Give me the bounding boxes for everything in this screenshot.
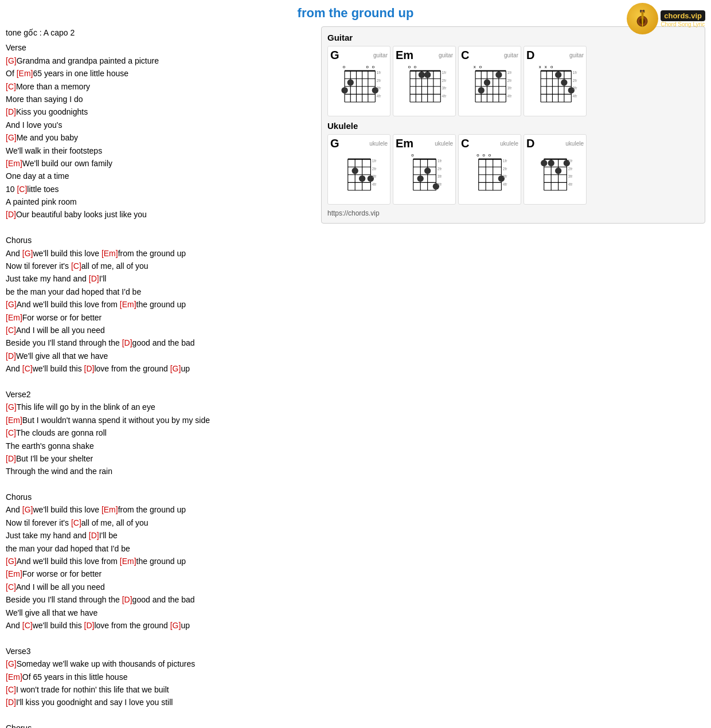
lyric-text: And <box>6 505 22 514</box>
lyric-text: be the man your dad hoped that I'd be <box>6 287 141 296</box>
lyric-text: Now til forever it's <box>6 518 71 527</box>
lyric-text: the ground up <box>136 557 186 566</box>
lyric-text: And <box>6 621 22 630</box>
svg-text:1fr: 1fr <box>507 71 513 75</box>
svg-text:1fr: 1fr <box>377 71 382 75</box>
d-guitar-diagram: x x o <box>532 63 578 112</box>
svg-text:3fr: 3fr <box>372 174 377 178</box>
chord-link[interactable]: [C] <box>71 518 81 527</box>
lyric-text: love from the ground <box>94 364 170 373</box>
svg-text:o: o <box>343 64 346 69</box>
lyric-line: the man your dad hoped that I'd be <box>6 542 315 555</box>
chord-link[interactable]: [C] <box>22 621 33 630</box>
svg-point-105 <box>352 167 358 174</box>
chord-link[interactable]: [G] <box>170 621 181 630</box>
svg-text:1fr: 1fr <box>503 159 508 163</box>
lyric-text: all of me, all of you <box>81 261 149 271</box>
chord-link[interactable]: [G] <box>22 505 33 514</box>
svg-text:2fr: 2fr <box>377 79 382 83</box>
lyric-text: And we'll build this love from <box>17 557 120 566</box>
chord-link[interactable]: [Em] <box>6 672 22 682</box>
chord-link[interactable]: [G] <box>6 659 17 668</box>
chord-link[interactable]: [D] <box>6 107 16 116</box>
chord-link[interactable]: [Em] <box>6 313 22 322</box>
section-title: Verse2 <box>6 388 315 401</box>
lyric-line: Now til forever it's [C]all of me, all o… <box>6 260 315 272</box>
svg-text:o: o <box>372 64 375 69</box>
chord-link[interactable]: [C] <box>71 261 81 271</box>
chord-link[interactable]: [Em] <box>17 69 33 78</box>
chord-link[interactable]: [G] <box>170 364 181 373</box>
lyric-line: More than saying I do <box>6 93 315 105</box>
chord-link[interactable]: [D] <box>122 595 132 604</box>
lyric-line: [G]Me and you baby <box>6 131 315 144</box>
chord-link[interactable]: [C] <box>6 82 16 91</box>
lyric-text: 10 <box>6 185 17 194</box>
chords-url-in-box: https://chords.vip <box>327 209 699 217</box>
chord-link[interactable]: [C] <box>17 185 27 194</box>
lyric-text: More than saying I do <box>6 95 83 104</box>
lyric-text: We'll build our own family <box>22 159 112 168</box>
c-guitar-diagram: x o <box>467 63 513 112</box>
chord-link[interactable]: [Em] <box>120 300 136 309</box>
svg-point-29 <box>347 79 354 85</box>
chord-link[interactable]: [G] <box>6 402 17 412</box>
lyric-text: We'll walk in their footsteps <box>6 146 102 155</box>
lyric-text: up <box>181 621 190 630</box>
page-header: from the ground up <box>0 0 711 24</box>
svg-text:2fr: 2fr <box>573 79 578 83</box>
chord-link[interactable]: [D] <box>89 531 99 540</box>
chord-link[interactable]: [D] <box>89 274 99 283</box>
svg-text:♪: ♪ <box>635 16 638 21</box>
chord-link[interactable]: [G] <box>22 249 33 258</box>
lyric-line: 10 [C]little toes <box>6 183 315 195</box>
chord-link[interactable]: [C] <box>6 428 16 437</box>
lyric-text: good and the bad <box>132 595 195 604</box>
chord-link[interactable]: [D] <box>6 210 16 219</box>
c-ukulele-diagram: o o o 1fr 2fr <box>467 151 513 200</box>
chord-link[interactable]: [Em] <box>6 569 22 578</box>
chord-link[interactable]: [Em] <box>120 557 136 566</box>
chord-link[interactable]: [D] <box>122 338 132 347</box>
lyric-line: And [C]we'll build this [D]love from the… <box>6 362 315 375</box>
chord-link[interactable]: [G] <box>6 133 17 142</box>
chord-link[interactable]: [D] <box>6 698 16 707</box>
chord-link[interactable]: [Em] <box>6 416 22 425</box>
lyric-line: And [G]we'll build this love [Em]from th… <box>6 247 315 260</box>
svg-point-122 <box>417 175 424 182</box>
ukulele-section-title: Ukulele <box>327 121 699 131</box>
chord-link[interactable]: [G] <box>6 300 17 309</box>
chord-link[interactable]: [D] <box>6 351 16 361</box>
lyric-text: 65 years in one little house <box>33 69 128 78</box>
svg-text:3fr: 3fr <box>377 86 382 90</box>
chord-link[interactable]: [C] <box>6 326 16 335</box>
chord-link[interactable]: [C] <box>6 685 16 694</box>
chord-link[interactable]: [Em] <box>101 249 118 258</box>
svg-text:1fr: 1fr <box>568 159 573 163</box>
svg-text:3fr: 3fr <box>573 86 578 90</box>
chord-link[interactable]: [Em] <box>101 505 118 514</box>
lyric-line: [D]Kiss you goodnights <box>6 105 315 118</box>
chord-link[interactable]: [G] <box>6 56 17 65</box>
chord-link[interactable]: [G] <box>6 557 17 566</box>
ukulele-chord-row: G ukulele <box>327 134 699 205</box>
chord-link[interactable]: [D] <box>84 621 95 630</box>
lyric-text: Someday we'll wake up with thousands of … <box>17 659 196 668</box>
lyric-line: Of [Em]65 years in one little house <box>6 67 315 80</box>
chord-link[interactable]: [C] <box>6 582 16 592</box>
tone-info: tone gốc : A capo 2 <box>6 26 315 39</box>
lyric-text: And I will be all you need <box>16 326 105 335</box>
svg-point-30 <box>341 87 347 93</box>
chord-box: Guitar G guitar o o <box>321 26 705 224</box>
chord-card-g-guitar: G guitar o o o <box>327 46 390 116</box>
chord-link[interactable]: [C] <box>22 364 33 373</box>
lyric-line: [Em]We'll build our own family <box>6 157 315 170</box>
chord-link[interactable]: [Em] <box>6 159 22 168</box>
chord-link[interactable]: [D] <box>84 364 95 373</box>
lyric-text: I'll be <box>99 531 118 540</box>
svg-point-49 <box>419 72 425 78</box>
lyric-text: Through the wind and the rain <box>6 467 112 476</box>
lyric-text: we'll build this love <box>33 249 101 258</box>
chord-link[interactable]: [D] <box>6 454 16 463</box>
lyric-text: But I'll be your shelter <box>16 454 93 463</box>
